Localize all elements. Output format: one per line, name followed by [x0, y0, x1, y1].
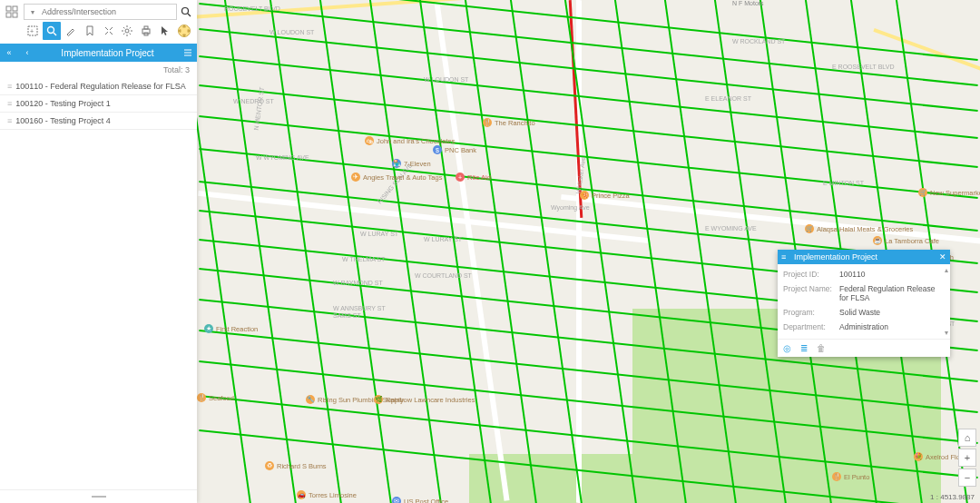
panel-header: « ‹ Implementation Project: [0, 44, 197, 62]
street-label: SAMS ST: [333, 312, 361, 319]
svg-line-17: [123, 34, 124, 35]
svg-rect-3: [13, 13, 17, 17]
popup-scroll-down-icon[interactable]: ▾: [945, 329, 948, 337]
svg-line-9: [54, 33, 56, 35]
poi: 🍕Prince Pizza: [580, 191, 630, 200]
street-label: E WYOMING AVE: [705, 225, 757, 232]
popup-menu-icon[interactable]: ≡: [781, 252, 794, 261]
scale-label: 1 : 4513.9887: [930, 493, 975, 501]
street-label: W LURAY ST: [424, 236, 462, 242]
drag-handle-icon: ≡: [7, 116, 10, 125]
identify-button[interactable]: [43, 22, 61, 40]
street-label: ROOSEVELT BLVD: [224, 5, 280, 12]
poi: ✉US Post Office: [392, 497, 448, 503]
popup-scroll-up-icon[interactable]: ▴: [945, 266, 948, 274]
draw-button[interactable]: [62, 22, 80, 40]
zoom-out-button[interactable]: −: [958, 468, 976, 487]
toolbar: +: [0, 20, 197, 44]
poi: 🍴El Punto: [832, 472, 869, 481]
panel-back[interactable]: ‹: [18, 48, 36, 57]
svg-line-5: [188, 14, 191, 16]
svg-rect-1: [13, 6, 17, 11]
street-label: E ROOSEVELT BLVD: [832, 64, 894, 70]
popup-field-value: Administration: [839, 322, 945, 331]
popup-field-value: Federal Regulation Release for FLSA: [839, 284, 945, 302]
bookmark-button[interactable]: [81, 22, 99, 40]
street-label: Wyoming Ave: [551, 204, 590, 211]
street-label: W COURTLAND ST: [415, 272, 472, 279]
street-label: N MENTOR ST: [253, 86, 266, 131]
popup-title: Implementation Project: [794, 252, 936, 261]
map-controls: ⌂ + −: [958, 429, 976, 487]
settings-button[interactable]: [118, 22, 136, 40]
street-label: W NEDRO ST: [233, 98, 274, 104]
svg-text:+: +: [30, 28, 34, 35]
svg-line-15: [123, 27, 124, 28]
panel-menu[interactable]: [179, 48, 197, 57]
total-row: Total: 3: [0, 62, 197, 78]
svg-rect-0: [6, 6, 11, 11]
street-label: W LOUDON ST: [270, 29, 314, 35]
tools-button[interactable]: [100, 22, 118, 40]
svg-point-10: [125, 29, 129, 33]
popup-field-label: Program:: [783, 308, 839, 317]
poi: 🍴Seafood: [197, 393, 234, 402]
home-extent-button[interactable]: ⌂: [958, 429, 976, 447]
feature-popup: ≡ Implementation Project ✕ ▴ Project ID:…: [778, 250, 950, 357]
search-type-dropdown[interactable]: ▾: [26, 8, 39, 16]
popup-zoom-icon[interactable]: ◎: [783, 343, 791, 353]
popup-field-value: Solid Waste: [839, 308, 945, 317]
poi: 🏪7-Eleven: [392, 159, 431, 168]
list-item[interactable]: ≡ 100120 - Testing Project 1: [0, 95, 197, 113]
popup-field-label: Department:: [783, 322, 839, 331]
svg-rect-26: [92, 496, 106, 498]
poi: $PNC Bank: [433, 145, 476, 154]
list-item-label: 100120 - Testing Project 1: [15, 99, 110, 108]
popup-delete-icon[interactable]: 🗑: [817, 343, 826, 353]
sidebar: ▾ + « ‹ Implementation Project: [0, 0, 197, 503]
list-item-label: 100110 - Federal Regulation Release for …: [15, 82, 186, 91]
popup-list-icon[interactable]: ≣: [800, 343, 808, 353]
print-button[interactable]: [137, 22, 155, 40]
poi: 🌿Rainbow Lawncare Industries: [374, 395, 475, 404]
list-item[interactable]: ≡ 100110 - Federal Regulation Release fo…: [0, 78, 197, 95]
svg-point-8: [47, 27, 54, 34]
popup-field-label: Project ID:: [783, 270, 839, 279]
select-extent-button[interactable]: +: [24, 22, 42, 40]
street-label: W THELMA ST: [342, 256, 385, 262]
street-label: W WYOMING AVE: [256, 154, 309, 161]
search-input[interactable]: [39, 7, 174, 16]
poi: ♻Richard S Burns: [265, 461, 327, 470]
sidebar-toggle[interactable]: [0, 489, 197, 503]
street-label: W LOUDON ST: [424, 76, 468, 83]
apps-button[interactable]: [4, 4, 20, 20]
street-label: W ROCKLAND ST: [732, 38, 785, 44]
street-label: E ELEANOR ST: [705, 95, 751, 102]
map-canvas[interactable]: ROOSEVELT BLVD N F Motors W ROCKLAND ST …: [197, 0, 980, 503]
panel-collapse-all[interactable]: «: [0, 48, 18, 57]
panel-title: Implementation Project: [36, 48, 179, 58]
street-label: N F Motors: [732, 0, 764, 6]
popup-field-value: 100110: [839, 270, 945, 279]
svg-point-4: [182, 8, 189, 15]
svg-line-16: [130, 34, 131, 35]
poi: 🛒New Supermarket: [918, 188, 980, 197]
street-label: W ANNSBURY ST: [333, 305, 386, 311]
street-label: E MINTON ST: [823, 180, 864, 186]
poi: 🚗Torres Limosine: [297, 490, 357, 499]
svg-rect-20: [144, 26, 148, 29]
list-item[interactable]: ≡ 100160 - Testing Project 4: [0, 113, 197, 130]
zoom-in-button[interactable]: +: [958, 449, 976, 467]
poi: +Rite Aid: [456, 173, 491, 182]
pan-button[interactable]: [175, 22, 193, 40]
pointer-button[interactable]: [156, 22, 174, 40]
street-label: W RAYMOND ST: [333, 280, 383, 286]
svg-rect-2: [6, 13, 11, 17]
poi: ✈Angies Travel & Auto Tags: [351, 173, 442, 182]
poi: ★First Reaction: [204, 324, 258, 333]
search-submit[interactable]: [181, 6, 193, 17]
poi: 🛒Alaqsa Halal Meats & Groceries: [805, 224, 913, 233]
popup-close-icon[interactable]: ✕: [936, 252, 946, 261]
popup-field-label: Project Name:: [783, 284, 839, 302]
poi: ☕La Tamborra Cafe: [873, 236, 939, 245]
